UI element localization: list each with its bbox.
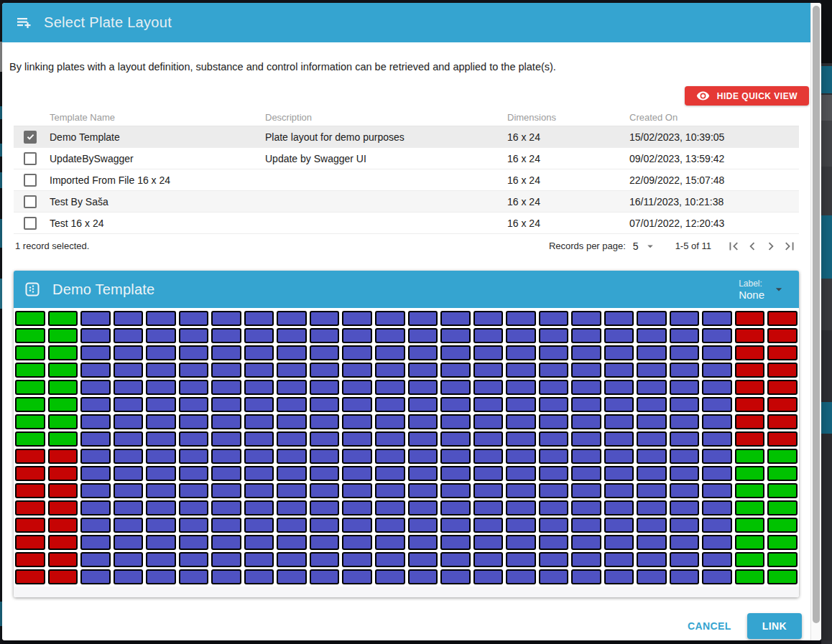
plate-well (473, 328, 504, 343)
scrollbar-thumb[interactable] (813, 6, 820, 623)
plate-well (15, 414, 45, 429)
previous-page-button[interactable] (743, 238, 762, 255)
select-plate-layout-dialog: Select Plate Layout By linking plates wi… (2, 3, 821, 640)
plate-well (114, 414, 144, 429)
plate-well (670, 518, 700, 533)
plate-well (440, 397, 471, 412)
plate-well (146, 569, 176, 584)
plate-well (80, 345, 111, 360)
last-page-button[interactable] (780, 238, 799, 255)
plate-well (408, 569, 438, 584)
plate-well (15, 328, 45, 343)
plate-well (440, 552, 471, 567)
plate-well (735, 518, 765, 533)
plate-well (735, 380, 765, 395)
plate-well (539, 345, 569, 360)
plate-well (375, 466, 405, 481)
plate-well (670, 552, 700, 567)
link-button[interactable]: LINK (747, 613, 802, 639)
row-checkbox[interactable] (24, 174, 37, 187)
plate-well (179, 380, 209, 395)
plate-well (473, 345, 504, 360)
dialog-content: By linking plates with a layout definiti… (2, 42, 810, 640)
plate-well (767, 363, 798, 378)
table-row[interactable]: Demo TemplatePlate layout for demo purpo… (14, 126, 799, 148)
plate-well (15, 500, 45, 515)
backdrop-block (821, 434, 832, 640)
plate-well (244, 345, 274, 360)
plate-well (244, 431, 274, 447)
table-row[interactable]: Imported From File 16 x 2416 x 2422/09/2… (14, 169, 799, 191)
plate-well (48, 483, 78, 498)
plate-well (146, 328, 176, 343)
plate-well (179, 518, 209, 533)
dialog-scrollbar[interactable] (810, 3, 821, 640)
plate-well (114, 363, 144, 378)
plate-well (179, 552, 209, 567)
plate-well (473, 431, 504, 447)
plate-well (670, 449, 700, 464)
plate-well (571, 311, 601, 326)
plate-well (244, 552, 274, 567)
plate-well (637, 500, 667, 515)
plate-well (604, 552, 634, 567)
plate-well (179, 569, 209, 584)
plate-well (310, 380, 340, 395)
plate-well (735, 431, 765, 447)
next-page-button[interactable] (762, 238, 780, 255)
plate-well (179, 535, 209, 550)
records-per-page-select[interactable]: 5 (633, 240, 657, 253)
hide-quick-view-button[interactable]: HIDE QUICK VIEW (685, 86, 809, 106)
plate-well (15, 431, 45, 447)
table-row[interactable]: UpdateBySwaggerUpdate by Swagger UI16 x … (14, 148, 799, 169)
plate-well (48, 518, 78, 533)
plate-well (767, 397, 798, 412)
row-checkbox[interactable] (24, 217, 37, 230)
plate-well (15, 552, 45, 567)
plate-well (767, 466, 798, 481)
table-row[interactable]: Test By Saša16 x 2416/11/2023, 10:21:38 (14, 191, 799, 213)
plate-well (342, 569, 372, 584)
plate-well (375, 345, 405, 360)
plate-well (179, 483, 209, 498)
label-select[interactable]: Label: None (739, 279, 786, 301)
plate-well (506, 466, 536, 481)
plate-well (767, 431, 798, 447)
row-checkbox[interactable] (24, 131, 37, 144)
plate-well (604, 431, 634, 447)
plate-well (375, 363, 405, 378)
plate-well (637, 552, 667, 567)
plate-well (637, 518, 667, 533)
plate-well (637, 311, 667, 326)
plate-well (114, 345, 144, 360)
cell-created-on: 07/01/2022, 12:20:43 (629, 218, 799, 229)
plate-well (637, 328, 667, 343)
plate-well (735, 345, 765, 360)
label-caption: Label: (739, 279, 762, 289)
quick-view-panel-header: Demo Template Label: None (14, 271, 799, 308)
cancel-button[interactable]: CANCEL (676, 613, 743, 639)
plate-well (735, 569, 765, 584)
cell-dimensions: 16 x 24 (507, 218, 629, 229)
plate-well (440, 345, 471, 360)
first-page-button[interactable] (724, 238, 743, 255)
plate-well (506, 552, 536, 567)
plate-well (702, 500, 732, 515)
plate-well (342, 311, 372, 326)
plate-well (539, 414, 569, 429)
plate-well (244, 397, 274, 412)
plate-well (277, 380, 307, 395)
row-checkbox[interactable] (24, 195, 37, 208)
row-checkbox[interactable] (24, 152, 37, 165)
plate-well (637, 414, 667, 429)
plate-well (375, 569, 405, 584)
plate-well (277, 311, 307, 326)
plate-well (80, 535, 111, 550)
plate-well (179, 431, 209, 447)
table-row[interactable]: Test 16 x 2416 x 2407/01/2022, 12:20:43 (14, 213, 799, 234)
plate-well (244, 328, 274, 343)
plate-well (604, 483, 634, 498)
plate-well (48, 414, 78, 429)
plate-well (211, 483, 241, 498)
plate-well (670, 328, 700, 343)
